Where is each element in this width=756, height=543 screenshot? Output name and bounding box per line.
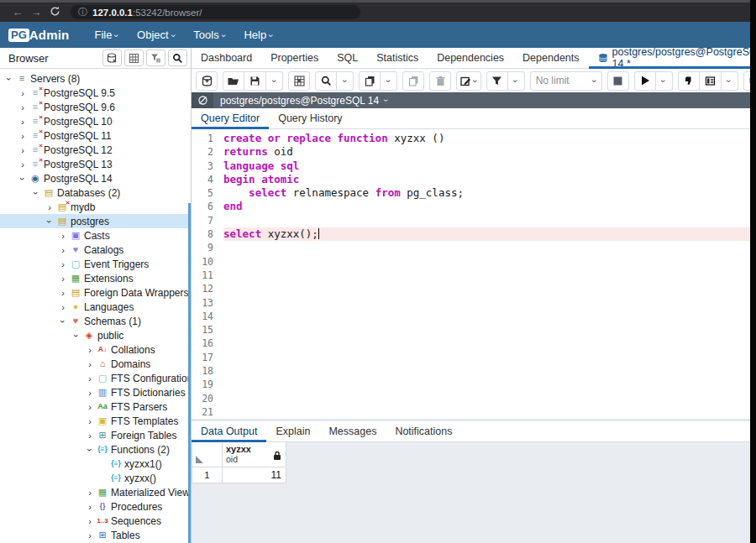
chevron-right-icon[interactable]: › (17, 131, 29, 141)
tree-item-fts-configurations[interactable]: ›▢FTS Configurations (0, 371, 191, 385)
code-line[interactable]: 7 (192, 214, 750, 227)
filter-button[interactable] (486, 71, 508, 91)
chevron-down-icon[interactable]: › (4, 73, 14, 85)
grid-button[interactable] (124, 50, 144, 66)
tab-sql[interactable]: SQL (328, 48, 367, 68)
code-line[interactable]: 18 (192, 364, 750, 378)
code-line[interactable]: 20 (192, 392, 750, 405)
tree-item-tables[interactable]: ›⊞Tables (0, 528, 191, 542)
tree-item-languages[interactable]: ›●Languages (0, 300, 191, 314)
chevron-down-icon[interactable]: › (85, 444, 95, 456)
chevron-right-icon[interactable]: › (57, 245, 69, 255)
grid-corner-cell[interactable] (192, 442, 223, 467)
tab-query-editor[interactable]: Query Editor (192, 108, 269, 128)
new-query-tool-button[interactable] (196, 71, 218, 91)
chevron-right-icon[interactable]: › (84, 345, 96, 355)
find-button[interactable] (315, 71, 337, 91)
code-line[interactable]: 13 (192, 296, 750, 310)
tree-item-fts-templates[interactable]: ›▣FTS Templates (0, 414, 191, 428)
code-line[interactable]: 16 (192, 337, 750, 350)
code-line[interactable]: 21 (192, 405, 750, 419)
tree-item-postgresql-12[interactable]: ›≡×PostgreSQL 12 (0, 143, 191, 157)
search-button[interactable] (168, 50, 187, 66)
chevron-right-icon[interactable]: › (17, 117, 29, 127)
site-info-icon[interactable]: ⓘ (78, 6, 87, 18)
copy-button[interactable] (359, 71, 381, 91)
chevron-right-icon[interactable]: › (17, 159, 29, 170)
tree-item-foreign-tables[interactable]: ›⊞Foreign Tables (0, 428, 191, 442)
tree-item-procedures[interactable]: ›{}Procedures (0, 499, 191, 514)
code-line[interactable]: 17 (192, 351, 750, 364)
tab-notifications[interactable]: Notifications (386, 421, 461, 441)
chevron-right-icon[interactable]: › (17, 145, 29, 155)
tab-postgres-postgres-postgresql-14[interactable]: postgres/postgres@PostgreSQL 14 * (589, 48, 756, 68)
tab-dependents[interactable]: Dependents (513, 48, 588, 68)
code-line[interactable]: 10 (192, 255, 750, 269)
tree-item-postgres[interactable]: ›▤postgres (0, 214, 191, 228)
tree-item-event-triggers[interactable]: ›▢Event Triggers (0, 257, 191, 271)
chevron-right-icon[interactable]: › (84, 516, 96, 526)
explain-button[interactable] (700, 71, 722, 91)
row-limit-select[interactable]: No limit› (530, 71, 602, 91)
tree-item-sequences[interactable]: ›1..3Sequences (0, 514, 191, 528)
chevron-right-icon[interactable]: › (84, 530, 96, 540)
chevron-right-icon[interactable]: › (84, 373, 96, 384)
chevron-down-icon[interactable]: › (45, 216, 55, 227)
chevron-right-icon[interactable]: › (17, 88, 29, 98)
find-options-button[interactable]: › (337, 71, 354, 91)
tree-item-casts[interactable]: ›▣Casts (0, 228, 191, 243)
chevron-right-icon[interactable]: › (84, 431, 96, 441)
tree-item-postgresql-10[interactable]: ›≡×PostgreSQL 10 (0, 114, 191, 128)
chevron-down-icon[interactable]: › (18, 173, 28, 185)
tree-item-postgresql-14[interactable]: ›◉PostgreSQL 14 (0, 171, 191, 185)
tree-item-postgresql-13[interactable]: ›≡×PostgreSQL 13 (0, 157, 191, 171)
connection-label[interactable]: postgres/postgres@PostgreSQL 14 (220, 95, 379, 107)
tab-explain[interactable]: Explain (266, 421, 319, 441)
chevron-right-icon[interactable]: › (84, 502, 96, 512)
tree-item-domains[interactable]: ›⌂Domains (0, 357, 191, 371)
tree-item-extensions[interactable]: ›▦Extensions (0, 271, 191, 285)
chevron-right-icon[interactable]: › (57, 302, 69, 312)
chevron-right-icon[interactable]: › (84, 416, 96, 426)
tree-item-catalogs[interactable]: ›♥Catalogs (0, 243, 191, 257)
tab-data-output[interactable]: Data Output (192, 421, 266, 441)
copy-options-button[interactable]: › (381, 71, 397, 91)
code-line[interactable]: 19 (192, 378, 750, 391)
tree-item-functions-2[interactable]: ›{≡}Functions (2) (0, 442, 191, 457)
row-number-cell[interactable]: 1 (192, 467, 223, 483)
chevron-right-icon[interactable]: › (57, 259, 69, 269)
chevron-right-icon[interactable]: › (57, 274, 69, 284)
edit-options-button[interactable]: › (456, 71, 481, 91)
chevron-down-icon[interactable]: › (382, 99, 391, 102)
tab-properties[interactable]: Properties (261, 48, 328, 68)
paste-button[interactable] (402, 71, 424, 91)
tree-item-foreign-data-wrappers[interactable]: ›▤Foreign Data Wrappers (0, 285, 191, 300)
code-line[interactable]: 6end (192, 200, 750, 213)
code-line[interactable]: 2returns oid (192, 145, 750, 159)
code-line[interactable]: 5 select relnamespace from pg_class; (192, 186, 750, 200)
filter-options-button[interactable]: › (508, 71, 525, 91)
explain-options-button[interactable]: › (722, 71, 738, 91)
code-line[interactable]: 9 (192, 241, 750, 254)
tree-item-xyzxx1[interactable]: ›{≡}xyzxx1() (0, 457, 191, 471)
tree-item-postgresql-11[interactable]: ›≡×PostgreSQL 11 (0, 128, 191, 143)
code-line[interactable]: 11 (192, 269, 750, 282)
forward-icon[interactable]: → (27, 6, 45, 18)
chevron-right-icon[interactable]: › (17, 102, 29, 112)
filter-button[interactable] (146, 50, 165, 66)
chevron-right-icon[interactable]: › (84, 359, 96, 369)
chevron-down-icon[interactable]: › (71, 330, 81, 342)
tree-item-materialized-views[interactable]: ›▦Materialized Views (0, 485, 191, 499)
tree-item-postgresql-9-5[interactable]: ›≡×PostgreSQL 9.5 (0, 86, 191, 100)
tab-dependencies[interactable]: Dependencies (428, 48, 513, 68)
column-header-xyzxx[interactable]: xyzxxoid (223, 442, 286, 467)
menu-object[interactable]: Object› (137, 29, 175, 41)
chevron-right-icon[interactable]: › (84, 402, 96, 412)
execute-options-button[interactable]: › (656, 71, 673, 91)
open-file-button[interactable] (223, 71, 244, 91)
tree-item-public[interactable]: ›◈public (0, 328, 191, 342)
chevron-right-icon[interactable]: › (57, 288, 69, 298)
code-line[interactable]: 12 (192, 282, 750, 295)
code-line[interactable]: 15 (192, 323, 750, 337)
menu-help[interactable]: Help› (244, 29, 272, 41)
